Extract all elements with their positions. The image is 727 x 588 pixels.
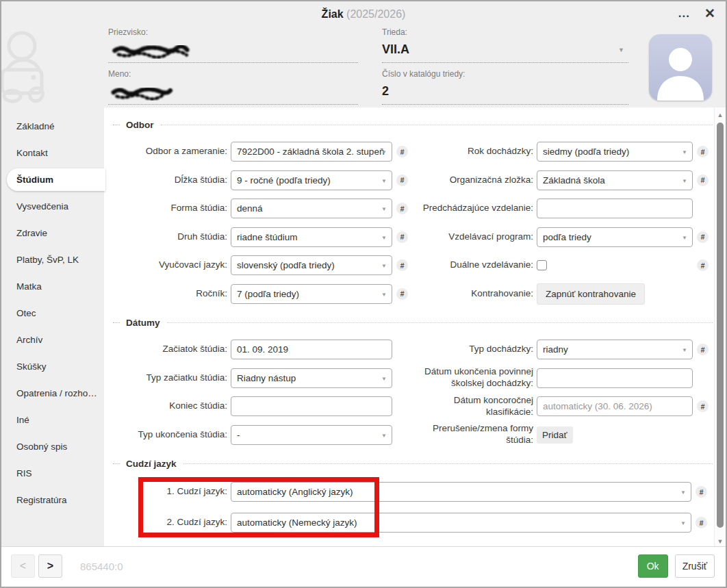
dlzka-studia-select[interactable]: 9 - ročné (podľa triedy)▼ (231, 170, 392, 190)
field-cudzi-jazyk-2: 2. Cudzí jazyk: automaticky (Nemecký jaz… (113, 507, 717, 538)
hash-icon[interactable]: # (396, 231, 408, 243)
hash-icon[interactable]: # (396, 288, 408, 300)
field-label: Odbor a zameranie: (113, 146, 227, 157)
field-label: Prerušenie/zmena formy štúdia: (417, 423, 533, 446)
dialog-title: Žiak (322, 8, 344, 20)
sidebar-item-skusky[interactable]: Skúšky (1, 353, 104, 380)
sidebar-item-matka[interactable]: Matka (1, 273, 104, 300)
vyucovaci-jazyk-select[interactable]: slovenský (podľa triedy)▼ (231, 255, 392, 275)
pridat-button[interactable]: Pridať (537, 426, 573, 444)
sidebar: Základné Kontakt Štúdium Vysvedčenia Zdr… (1, 107, 104, 549)
field-label: Dátum koncoročnej klasifikácie: (417, 395, 533, 418)
field-label: 1. Cudzí jazyk: (113, 486, 227, 498)
hash-icon[interactable]: # (697, 400, 709, 412)
cudzi-jazyk-2-select[interactable]: automaticky (Nemecký jazyk)▼ (231, 513, 691, 533)
hash-icon[interactable]: # (396, 203, 408, 214)
select-value: Riadny nástup (237, 373, 296, 383)
scroll-up-icon[interactable]: ▲ (715, 112, 726, 118)
zapnut-kontrahovanie-button[interactable]: Zapnúť kontrahovanie (537, 283, 645, 305)
druh-studia-select[interactable]: riadne štúdium▼ (231, 227, 392, 247)
dualne-vzdelavanie-checkbox[interactable] (537, 260, 547, 270)
scrollbar-thumb[interactable] (717, 123, 724, 528)
previous-record-button[interactable]: < (11, 554, 35, 578)
forma-studia-select[interactable]: denná▼ (231, 199, 392, 218)
ok-button[interactable]: Ok (638, 554, 668, 578)
sidebar-item-otec[interactable]: Otec (1, 300, 104, 327)
firstname-field[interactable] (108, 79, 358, 105)
koniec-studia-input[interactable] (231, 396, 392, 416)
hash-icon[interactable]: # (697, 259, 709, 271)
person-silhouette-icon (649, 34, 712, 101)
sidebar-item-platby[interactable]: Platby, ŠvP, LK (1, 246, 104, 273)
next-record-button[interactable]: > (38, 554, 62, 578)
hash-icon[interactable]: # (696, 486, 707, 498)
hash-icon[interactable]: # (697, 146, 709, 157)
field-label: Začiatok štúdia: (113, 344, 227, 355)
close-icon[interactable]: ✕ (704, 5, 715, 21)
rok-dochadzky-select[interactable]: siedmy (podľa triedy)▼ (537, 142, 693, 162)
zaciatok-studia-input[interactable]: 01. 09. 2019 (231, 340, 392, 359)
typ-dochadzky-select[interactable]: riadny▼ (537, 340, 693, 359)
field-label: Predchádzajúce vzdelanie: (417, 203, 533, 214)
chevron-down-icon: ▼ (618, 47, 624, 53)
catalog-number-field[interactable]: 2 (382, 79, 628, 105)
hash-icon[interactable]: # (697, 344, 709, 355)
chevron-down-icon: ▼ (381, 206, 387, 212)
scrollbar[interactable]: ▲ ▼ (714, 107, 726, 549)
cudzi-jazyk-1-select[interactable]: automaticky (Anglický jazyk)▼ (231, 482, 691, 502)
class-column: Trieda: VII.A ▼ Číslo v katalógu triedy:… (382, 27, 628, 105)
sidebar-item-ine[interactable]: Iné (1, 407, 104, 433)
titlebar: Žiak (2025/2026) (1, 8, 726, 21)
sidebar-item-studium[interactable]: Štúdium (7, 168, 105, 191)
sidebar-item-osobny-spis[interactable]: Osobný spis (1, 433, 104, 460)
odbor-a-zameranie-select[interactable]: 7922D00 - základná škola 2. stupeň▼ (231, 142, 392, 162)
field-label: Organizačná zložka: (417, 175, 533, 186)
chevron-down-icon: ▼ (682, 347, 687, 353)
redacted-firstname (108, 83, 180, 101)
field-label: Duálne vzdelávanie: (417, 259, 533, 271)
field-label: Vyučovací jazyk: (113, 259, 227, 271)
field-label: Kontrahovanie: (417, 288, 533, 300)
rocnik-select[interactable]: 7 (podľa triedy)▼ (231, 284, 392, 304)
field-typ-dochadzky: Typ dochádzky: riadny▼ # (417, 335, 714, 364)
section-odbor: Odbor (113, 116, 717, 133)
catalog-number-value: 2 (382, 84, 389, 99)
typ-ukoncenia-studia-select[interactable]: -▼ (231, 425, 392, 445)
organizacna-zlozka-select[interactable]: Základná škola▼ (537, 170, 693, 190)
surname-field[interactable] (108, 37, 358, 63)
hash-icon[interactable]: # (396, 146, 408, 157)
sidebar-item-archiv[interactable]: Archív (1, 327, 104, 353)
select-value: 7922D00 - základná škola 2. stupeň (237, 146, 384, 157)
sidebar-item-kontakt[interactable]: Kontakt (1, 140, 104, 166)
typ-zaciatku-studia-select[interactable]: Riadny nástup▼ (231, 368, 392, 388)
catalog-number-label: Číslo v katalógu triedy: (382, 69, 628, 79)
sidebar-item-ris[interactable]: RIS (1, 460, 104, 487)
cancel-button[interactable]: Zrušiť (675, 554, 715, 578)
vzdelavaci-program-select[interactable]: podľa triedy▼ (537, 227, 693, 247)
field-kontrahovanie: Kontrahovanie: Zapnúť kontrahovanie (417, 280, 714, 309)
hash-icon[interactable]: # (697, 231, 709, 243)
sidebar-item-vysvedcenia[interactable]: Vysvedčenia (1, 193, 104, 220)
more-options-icon[interactable]: ... (678, 7, 690, 21)
field-zaciatok-studia: Začiatok štúdia: 01. 09. 2019 (113, 335, 417, 364)
hash-icon[interactable]: # (396, 259, 408, 271)
datum-koncorocnej-input[interactable]: automaticky (30. 06. 2026) (537, 396, 693, 416)
sidebar-item-zdravie[interactable]: Zdravie (1, 220, 104, 246)
predchadzajuce-vzdelanie-input[interactable] (537, 199, 693, 218)
hash-icon[interactable]: # (697, 175, 709, 186)
redacted-surname (108, 41, 211, 59)
hash-icon[interactable]: # (396, 175, 408, 186)
hash-icon[interactable]: # (696, 517, 707, 528)
scroll-down-icon[interactable]: ▼ (715, 538, 726, 545)
section-cudzi-jazyk: Cudzí jazyk (113, 455, 717, 472)
datum-ukoncenia-povinnej-input[interactable] (537, 368, 693, 388)
sidebar-item-opatrenia[interactable]: Opatrenia / rozho… (1, 380, 104, 407)
record-id: 865440:0 (80, 561, 123, 572)
select-value: 7 (podľa triedy) (237, 289, 299, 299)
select-value: podľa triedy (543, 232, 591, 242)
student-photo[interactable] (649, 34, 712, 101)
sidebar-item-zakladne[interactable]: Základné (1, 113, 104, 140)
sidebar-item-registratura[interactable]: Registratúra (1, 487, 104, 513)
field-label: Typ ukončenia štúdia: (113, 429, 227, 441)
class-select[interactable]: VII.A ▼ (382, 37, 628, 63)
